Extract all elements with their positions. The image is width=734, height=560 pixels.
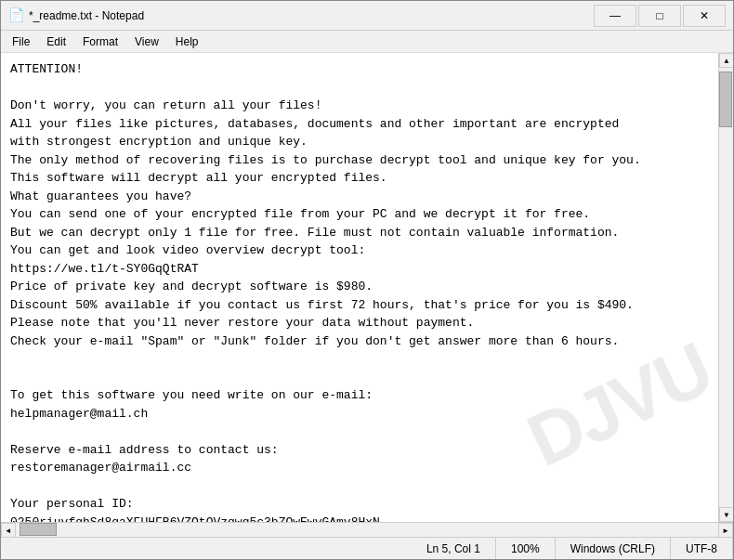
scroll-h-thumb[interactable] xyxy=(20,523,57,536)
maximize-button[interactable]: □ xyxy=(638,5,681,27)
scroll-right-button[interactable]: ► xyxy=(718,523,733,538)
menu-file[interactable]: File xyxy=(5,33,37,50)
text-content[interactable]: ATTENTION! Don't worry, you can return a… xyxy=(1,53,718,522)
menu-help[interactable]: Help xyxy=(168,33,206,50)
status-position: Ln 5, Col 1 xyxy=(412,538,496,559)
scroll-track[interactable] xyxy=(719,68,733,507)
menu-edit[interactable]: Edit xyxy=(39,33,73,50)
text-area-container: ATTENTION! Don't worry, you can return a… xyxy=(1,53,733,522)
notepad-window: 📄 *_readme.txt - Notepad — □ ✕ File Edit… xyxy=(0,0,734,560)
status-encoding: UTF-8 xyxy=(671,538,733,559)
minimize-button[interactable]: — xyxy=(594,5,636,27)
scroll-h-track[interactable] xyxy=(16,523,718,537)
menu-bar: File Edit Format View Help xyxy=(1,31,733,53)
title-bar-controls: — □ ✕ xyxy=(594,5,726,27)
status-zoom: 100% xyxy=(496,538,556,559)
menu-view[interactable]: View xyxy=(127,33,166,50)
title-bar-left: 📄 *_readme.txt - Notepad xyxy=(8,8,144,23)
scroll-thumb[interactable] xyxy=(719,72,732,127)
scroll-up-button[interactable]: ▲ xyxy=(719,53,733,68)
vertical-scrollbar[interactable]: ▲ ▼ xyxy=(718,53,733,522)
scroll-left-button[interactable]: ◄ xyxy=(1,523,16,538)
scroll-down-button[interactable]: ▼ xyxy=(719,507,733,522)
status-bar: Ln 5, Col 1 100% Windows (CRLF) UTF-8 xyxy=(1,537,733,559)
menu-format[interactable]: Format xyxy=(75,33,125,50)
horizontal-scrollbar[interactable]: ◄ ► xyxy=(1,522,733,537)
window-title: *_readme.txt - Notepad xyxy=(29,9,144,22)
close-button[interactable]: ✕ xyxy=(683,5,726,27)
title-bar: 📄 *_readme.txt - Notepad — □ ✕ xyxy=(1,1,733,31)
status-line-ending: Windows (CRLF) xyxy=(556,538,671,559)
app-icon: 📄 xyxy=(8,8,23,23)
